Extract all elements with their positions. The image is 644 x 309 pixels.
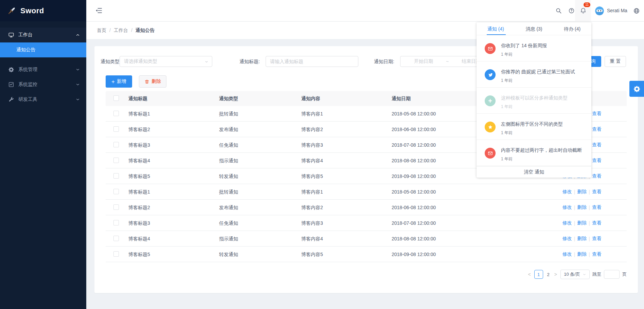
jump-to-label: 跳至 <box>592 271 601 277</box>
select-placeholder: 请选择通知类型 <box>124 58 157 65</box>
bell-icon <box>580 7 587 14</box>
globe-language-icon[interactable] <box>633 7 640 14</box>
modify-link[interactable]: 修改 <box>562 251 572 257</box>
action-separator: | <box>589 220 590 226</box>
avatar[interactable] <box>595 6 604 15</box>
row-checkbox[interactable] <box>113 251 119 257</box>
modify-link[interactable]: 修改 <box>562 220 572 226</box>
notification-item[interactable]: 左侧图标用于区分不同的类型 1 年前 <box>477 114 591 140</box>
monitor-icon <box>8 32 14 38</box>
reset-button[interactable]: 重 置 <box>605 56 626 67</box>
settings-button[interactable] <box>629 81 644 97</box>
select-all-checkbox[interactable] <box>113 95 119 101</box>
view-link[interactable]: 查看 <box>592 126 602 132</box>
cell-content: 博客内容5 <box>301 247 323 262</box>
modify-link[interactable]: 修改 <box>562 204 572 211</box>
cell-date: 2018-06-08 12:00:00 <box>392 122 436 137</box>
notification-item[interactable]: 你收到了 14 份新周报 1 年前 <box>477 35 591 61</box>
sidebar-collapse-icon[interactable] <box>95 7 103 14</box>
cell-type: 指示通知 <box>219 153 238 168</box>
jump-to-input[interactable] <box>604 270 620 279</box>
page-1-button[interactable]: 1 <box>534 270 543 279</box>
row-checkbox[interactable] <box>113 220 119 225</box>
breadcrumb-workbench[interactable]: 工作台 <box>114 28 128 33</box>
view-link[interactable]: 查看 <box>592 142 602 148</box>
notification-item[interactable]: 你推荐的 曲妮妮 已通过第三轮面试 1 年前 <box>477 61 591 88</box>
view-link[interactable]: 查看 <box>592 220 602 226</box>
cell-content: 博客内容1 <box>301 184 323 200</box>
sidebar-item-system-mgmt[interactable]: 系统管理 <box>0 62 86 77</box>
row-checkbox[interactable] <box>113 189 119 194</box>
sidebar-item-workbench[interactable]: 工作台 <box>0 28 86 42</box>
delete-link[interactable]: 删除 <box>577 251 587 257</box>
cell-content: 博客内容5 <box>301 168 323 184</box>
gear-icon <box>633 85 641 93</box>
cell-date: 2018-05-08 12:00:00 <box>392 184 436 200</box>
row-checkbox[interactable] <box>113 158 119 163</box>
date-start-placeholder: 开始日期 <box>414 58 433 65</box>
cell-title: 博客标题4 <box>128 153 150 168</box>
delete-link[interactable]: 删除 <box>577 236 587 242</box>
cell-type: 指示通知 <box>219 231 238 247</box>
view-link[interactable]: 查看 <box>592 173 602 179</box>
sidebar-item-label: 工作台 <box>18 32 75 38</box>
tab-notice[interactable]: 通知 (4) <box>477 22 515 35</box>
trash-icon <box>144 79 149 84</box>
sidebar-item-notice-announcement[interactable]: 通知公告 <box>0 42 86 57</box>
notice-title-input[interactable] <box>266 56 358 67</box>
row-checkbox[interactable] <box>113 126 119 132</box>
row-checkbox[interactable] <box>113 111 119 116</box>
page-2-button[interactable]: 2 <box>546 272 551 277</box>
add-button-label: 新增 <box>117 78 126 85</box>
chevron-right-icon[interactable]: > <box>554 272 558 277</box>
app-logo[interactable]: Sword <box>0 0 86 21</box>
page-size-select[interactable]: 10 条/页 <box>560 270 590 279</box>
cell-date: 2018-06-08 12:00:00 <box>392 200 436 215</box>
view-link[interactable]: 查看 <box>592 236 602 242</box>
breadcrumb-home[interactable]: 首页 <box>97 28 106 33</box>
delete-button[interactable]: 删除 <box>139 75 166 88</box>
plus-glyph: + <box>488 97 492 104</box>
star-icon <box>485 122 496 132</box>
notification-time: 1 年前 <box>501 78 513 84</box>
cell-content: 博客内容3 <box>301 215 323 231</box>
delete-link[interactable]: 删除 <box>577 220 587 226</box>
sidebar-item-system-monitor[interactable]: 系统监控 <box>0 77 86 92</box>
plus-icon: + <box>485 95 496 106</box>
sidebar-menu: 系统管理 系统监控 研发工具 <box>0 62 86 107</box>
chevron-left-icon[interactable]: < <box>527 272 531 277</box>
delete-link[interactable]: 删除 <box>577 204 587 211</box>
notice-type-select[interactable]: 请选择通知类型 <box>120 56 212 67</box>
add-button[interactable]: + 新增 <box>106 75 132 88</box>
clear-notifications-button[interactable]: 清空 通知 <box>477 166 591 178</box>
view-link[interactable]: 查看 <box>592 189 602 195</box>
cell-title: 博客标题1 <box>128 184 150 200</box>
sidebar: Sword 工作台 通知公告 系统管理 <box>0 0 86 309</box>
view-link[interactable]: 查看 <box>592 158 602 164</box>
view-link[interactable]: 查看 <box>592 251 602 257</box>
modify-link[interactable]: 修改 <box>562 236 572 242</box>
modify-link[interactable]: 修改 <box>562 189 572 195</box>
sidebar-item-dev-tools[interactable]: 研发工具 <box>0 92 86 107</box>
user-name[interactable]: Serati Ma <box>607 8 627 13</box>
notification-item[interactable]: 内容不要超过两行字，超出时自动截断 1 年前 <box>477 140 591 166</box>
tab-message[interactable]: 消息 (3) <box>515 22 553 35</box>
chevron-down-icon <box>583 273 586 276</box>
row-checkbox[interactable] <box>113 236 119 241</box>
pagination: < 1 2 > 10 条/页 跳至 页 <box>527 270 627 279</box>
row-checkbox[interactable] <box>113 142 119 147</box>
table-row: 博客标题2 发布通知 博客内容2 2018-06-08 12:00:00 修改|… <box>106 200 627 215</box>
row-checkbox[interactable] <box>113 173 119 179</box>
action-separator: | <box>574 189 575 195</box>
notification-item-read[interactable]: + 这种模板可以区分多种通知类型 1 年前 <box>477 88 591 114</box>
search-icon[interactable] <box>555 7 562 14</box>
cell-type: 批转通知 <box>219 106 238 122</box>
delete-link[interactable]: 删除 <box>577 189 587 195</box>
help-icon[interactable] <box>568 7 575 14</box>
tab-todo[interactable]: 待办 (4) <box>553 22 591 35</box>
cell-title: 博客标题1 <box>128 106 150 122</box>
cell-date: 2018-08-08 12:00:00 <box>392 153 436 168</box>
view-link[interactable]: 查看 <box>592 204 602 211</box>
row-checkbox[interactable] <box>113 204 119 210</box>
view-link[interactable]: 查看 <box>592 111 602 117</box>
